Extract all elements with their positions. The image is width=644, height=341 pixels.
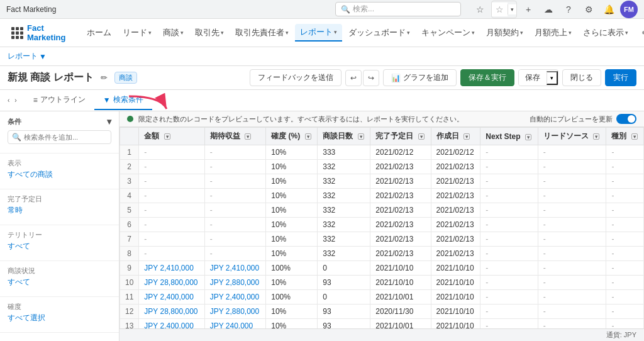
cell-created: 2021/10/10 <box>431 305 480 319</box>
breadcrumb-reports[interactable]: レポート ▼ <box>8 51 47 62</box>
cell-due: 2021/02/13 <box>370 218 431 232</box>
deal-status-value[interactable]: すべて <box>8 277 111 288</box>
col-type[interactable]: 種別 ▾ <box>606 128 644 145</box>
tab-filter[interactable]: ▼ 検索条件 <box>94 91 152 110</box>
days-col-menu[interactable]: ▾ <box>358 133 364 140</box>
amount-col-menu[interactable]: ▾ <box>164 133 170 140</box>
nav-monthly-contract[interactable]: 月額契約 ▾ <box>481 25 528 41</box>
sf-app-name: Fact Marketing <box>27 23 65 42</box>
settings-icon-btn[interactable]: ⚙ <box>580 1 597 18</box>
col-amount[interactable]: 金額 ▾ <box>139 128 204 145</box>
cell-expected[interactable]: JPY 2,400,000 <box>204 290 266 305</box>
nav-accounts[interactable]: 取引先 ▾ <box>190 25 229 41</box>
collapse-right-btn[interactable]: › <box>14 97 16 104</box>
cell-leadsource: - <box>538 203 606 218</box>
col-leadsource[interactable]: リードソース ▾ <box>538 128 606 145</box>
star-dropdown[interactable]: ☆ ▾ <box>491 1 517 18</box>
cell-rate: 10% <box>266 276 318 290</box>
cell-expected[interactable]: JPY 2,880,000 <box>204 305 266 319</box>
nextstep-col-menu[interactable]: ▾ <box>525 134 531 140</box>
nav-contacts[interactable]: 取引先責任者 ▾ <box>230 25 294 41</box>
cell-amount[interactable]: JPY 2,400,000 <box>139 290 204 305</box>
star-browser-btn[interactable]: ☆ <box>471 1 489 18</box>
plus-icon-btn[interactable]: + <box>519 1 537 18</box>
cell-type: - <box>606 247 644 261</box>
star-dropdown-arrow[interactable]: ▾ <box>508 4 516 14</box>
col-rate[interactable]: 確度 (%) ▾ <box>266 128 318 145</box>
browser-bar: Fact Marketing 🔍 検索... ☆ ☆ ▾ + ☁ ? ⚙ 🔔 F… <box>0 0 644 19</box>
col-created[interactable]: 作成日 ▾ <box>431 128 480 145</box>
cell-amount[interactable]: JPY 28,800,000 <box>139 305 204 319</box>
execute-button[interactable]: 実行 <box>605 69 636 86</box>
cell-expected[interactable]: JPY 2,410,000 <box>204 261 266 276</box>
cloud-icon-btn[interactable]: ☁ <box>540 1 557 18</box>
star-btn[interactable]: ☆ <box>492 3 508 16</box>
undo-redo-group: ↩ ↪ <box>345 70 379 86</box>
cell-amount: - <box>139 232 204 247</box>
collapse-left-btn[interactable]: ‹ <box>8 97 9 104</box>
question-icon-btn[interactable]: ? <box>560 1 577 18</box>
lead-col-menu[interactable]: ▾ <box>593 133 599 140</box>
nav-dashboard[interactable]: ダッシュボード ▾ <box>343 25 415 41</box>
col-nextstep[interactable]: Next Step ▾ <box>480 128 538 145</box>
expected-col-menu[interactable]: ▾ <box>245 133 251 140</box>
nav-deals[interactable]: 商談 ▾ <box>158 25 189 41</box>
cell-expected[interactable]: JPY 240,000 <box>204 319 266 329</box>
cell-created: 2021/10/10 <box>431 319 480 329</box>
cell-amount[interactable]: JPY 2,400,000 <box>139 319 204 329</box>
user-avatar[interactable]: FM <box>620 1 638 18</box>
cell-amount: - <box>139 160 204 174</box>
nav-campaign[interactable]: キャンペーン ▾ <box>416 25 480 41</box>
nav-leads[interactable]: リード ▾ <box>118 25 157 41</box>
filter-search-box[interactable]: 🔍 <box>8 130 111 144</box>
cell-expected[interactable]: JPY 2,880,000 <box>204 276 266 290</box>
cell-leadsource: - <box>538 247 606 261</box>
undo-button[interactable]: ↩ <box>345 70 362 86</box>
cell-created: 2021/02/13 <box>431 203 480 218</box>
close-button[interactable]: 閉じる <box>562 69 601 86</box>
rate-col-menu[interactable]: ▾ <box>305 133 311 140</box>
feedback-button[interactable]: フィードバックを送信 <box>250 69 341 86</box>
nav-monthly-sales[interactable]: 月額売上 ▾ <box>530 25 577 41</box>
cell-nextstep: - <box>480 218 538 232</box>
certainty-value[interactable]: すべて選択 <box>8 313 111 323</box>
cell-expected: - <box>204 247 266 261</box>
graph-add-button[interactable]: 📊 グラフを追加 <box>383 69 457 86</box>
cell-amount[interactable]: JPY 2,410,000 <box>139 261 204 276</box>
search-icon: 🔍 <box>12 133 21 142</box>
cell-days: 333 <box>318 145 370 160</box>
col-days[interactable]: 商談日数 ▾ <box>318 128 370 145</box>
nav-reports[interactable]: レポート ▾ <box>295 24 342 42</box>
cell-due: 2021/10/01 <box>370 319 431 329</box>
currency-label: 通貨: JPY <box>606 330 636 340</box>
app-launcher[interactable]: Fact Marketing <box>6 21 70 45</box>
filter-search-input[interactable] <box>24 133 107 141</box>
cell-days: 0 <box>318 290 370 305</box>
save-dropdown-arrow[interactable]: ▾ <box>547 71 558 85</box>
cell-amount[interactable]: JPY 28,800,000 <box>139 276 204 290</box>
nav-edit-pencil-icon[interactable]: ✏ <box>638 26 644 39</box>
col-expected[interactable]: 期待収益 ▾ <box>204 128 266 145</box>
bell-icon-btn[interactable]: 🔔 <box>600 1 618 18</box>
cell-nextstep: - <box>480 189 538 203</box>
nav-home[interactable]: ホーム <box>82 25 116 41</box>
data-table-container: 金額 ▾ 期待収益 ▾ 確度 (%) ▾ 商談日数 ▾ 完了予定日 ▾ 作成日 … <box>119 127 644 328</box>
nav-more[interactable]: さらに表示 ▾ <box>578 25 633 41</box>
redo-button[interactable]: ↪ <box>363 70 379 86</box>
tab-outline[interactable]: ≡ アウトライン <box>25 91 94 110</box>
conditions-chevron-icon[interactable]: ▾ <box>107 116 111 126</box>
cell-rate: 100% <box>266 290 318 305</box>
due-col-menu[interactable]: ▾ <box>418 133 425 140</box>
created-col-menu[interactable]: ▾ <box>464 133 470 140</box>
save-execute-button[interactable]: 保存＆実行 <box>460 69 514 86</box>
territory-value[interactable]: すべて <box>8 241 111 252</box>
auto-preview-switch[interactable] <box>616 114 636 124</box>
report-edit-pencil-icon[interactable]: ✏ <box>99 73 109 82</box>
type-col-menu[interactable]: ▾ <box>631 133 638 140</box>
display-value[interactable]: すべての商談 <box>8 169 111 180</box>
cell-created: 2021/02/13 <box>431 189 480 203</box>
save-button[interactable]: 保存 <box>519 70 547 86</box>
certainty-label: 確度 <box>8 302 111 311</box>
col-due[interactable]: 完了予定日 ▾ <box>370 128 431 145</box>
due-date-value[interactable]: 常時 <box>8 205 111 216</box>
